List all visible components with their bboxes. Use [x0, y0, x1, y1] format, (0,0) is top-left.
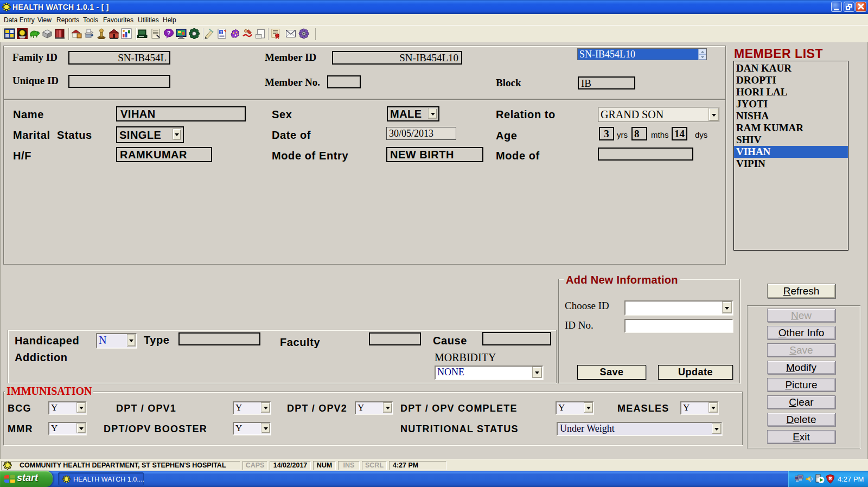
svg-text:T: T	[220, 30, 222, 35]
svg-text:?: ?	[167, 30, 171, 36]
